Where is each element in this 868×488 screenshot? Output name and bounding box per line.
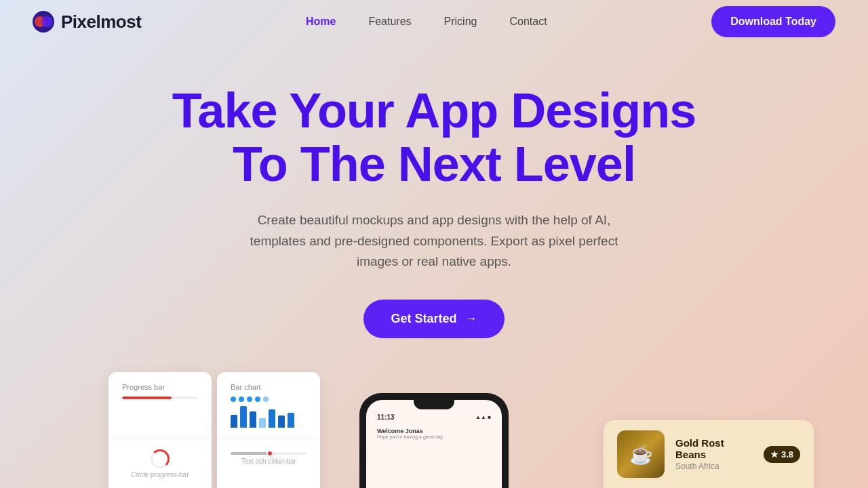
bar-dot-4 [255,396,260,402]
bar-3 [250,411,256,428]
logo-icon [33,11,54,33]
bar-7 [288,413,294,428]
gold-card-subtitle: South Africa [675,462,753,471]
bar-dot-5 [263,396,269,402]
ui-cards: Progress bar Bar chart [108,372,326,488]
hero-section: Take Your App Designs To The Next Level … [0,43,868,338]
progress-bar-visual [122,396,198,399]
bar-chart-card: Bar chart [217,372,320,440]
bar-dots [231,396,307,402]
progress-bar-label: Progress bar [122,383,198,391]
logo-area: Pixelmost [33,11,141,33]
nav-item-home[interactable]: Home [306,16,336,28]
gold-card-rating: ★ 3.8 [764,446,800,463]
nav-link-pricing[interactable]: Pricing [444,16,477,27]
nav-item-pricing[interactable]: Pricing [444,16,477,28]
nav-link-features[interactable]: Features [368,16,411,27]
phone-welcome: Welcome Jonas [377,428,491,434]
gold-card-info: Gold Rost Beans South Africa [675,437,753,471]
phone-time: 11:13 [377,413,395,421]
circle-progress-card: Circle progress-bar [108,440,212,488]
nav-link-contact[interactable]: Contact [509,16,547,27]
gold-card-title: Gold Rost Beans [675,437,753,460]
phone-mockup: 11:13 ▲▲ ■ Welcome Jonas Hope you're hav… [359,393,509,488]
ui-card-row-top: Progress bar Bar chart [108,372,326,440]
phone-outer: 11:13 ▲▲ ■ Welcome Jonas Hope you're hav… [359,393,509,488]
slider-visual [231,452,307,455]
get-started-button[interactable]: Get Started → [363,300,504,338]
gold-card: Gold Rost Beans South Africa ★ 3.8 [604,420,814,488]
phone-status-icons: ▲▲ ■ [475,414,491,420]
star-icon: ★ [770,449,778,460]
sub-card-row: Circle progress-bar Text och cirkel-bar [108,440,326,488]
navbar: Pixelmost Home Features Pricing Contact … [0,0,868,43]
phone-screen: 11:13 ▲▲ ■ Welcome Jonas Hope you're hav… [366,400,502,488]
hero-subtitle: Create beautiful mockups and app designs… [237,210,631,272]
slider-label: Text och cirkel-bar [241,458,296,465]
bar-chart-label: Bar chart [231,383,307,391]
nav-link-home[interactable]: Home [306,16,336,27]
bar-1 [231,415,237,428]
nav-links: Home Features Pricing Contact [306,16,547,28]
nav-item-features[interactable]: Features [368,16,411,28]
download-button[interactable]: Download Today [711,6,835,37]
circle-progress-visual [151,449,170,468]
progress-bar-card: Progress bar [108,372,212,440]
slider-thumb [267,450,273,457]
bar-4 [259,418,266,428]
svg-point-2 [41,16,52,27]
bar-dot-3 [247,396,252,402]
bar-dot-1 [231,396,236,402]
phone-notch [414,400,454,409]
hero-title: Take Your App Designs To The Next Level [163,84,705,191]
nav-item-contact[interactable]: Contact [509,16,547,28]
bar-dot-2 [239,396,244,402]
logo-text: Pixelmost [61,12,141,33]
bar-5 [269,409,275,428]
bar-2 [240,406,247,428]
bar-6 [278,415,285,428]
phone-time-bar: 11:13 ▲▲ ■ [377,413,491,421]
phone-greeting-text: Welcome Jonas Hope you're having a great… [377,428,491,439]
get-started-label: Get Started [391,312,456,326]
circle-progress-label: Circle progress-bar [131,471,189,479]
gold-card-image [617,430,665,478]
phone-subtext: Hope you're having a great day. [377,434,491,439]
arrow-icon: → [465,312,477,326]
bar-chart-visual [231,406,307,428]
rating-value: 3.8 [781,449,793,460]
slider-card: Text och cirkel-bar [217,440,320,488]
